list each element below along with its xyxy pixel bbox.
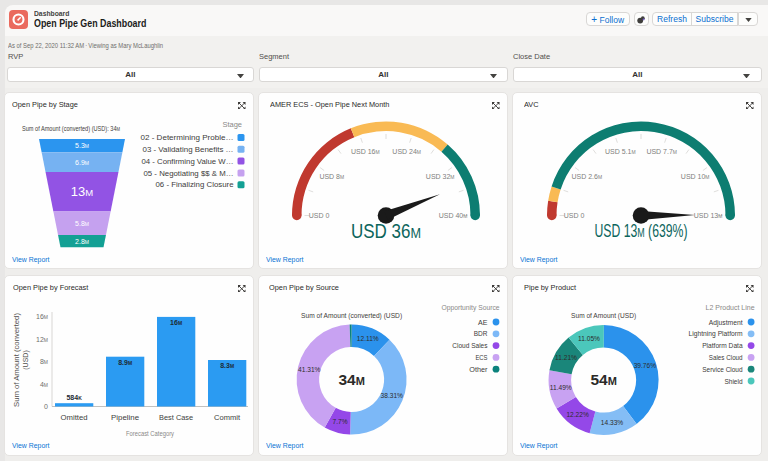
- svg-text:6.9M: 6.9M: [75, 159, 89, 166]
- svg-text:11.49%: 11.49%: [550, 384, 572, 391]
- svg-text:USD 40M: USD 40M: [439, 212, 468, 219]
- svg-text:11.05%: 11.05%: [578, 335, 600, 342]
- svg-text:Opportunity Source: Opportunity Source: [442, 303, 500, 312]
- svg-text:Sum of Amount (converted): Sum of Amount (converted): [13, 313, 21, 407]
- svg-text:34M: 34M: [338, 371, 364, 388]
- svg-text:41.31%: 41.31%: [298, 366, 321, 373]
- svg-text:06 - Finalizing Closure: 06 - Finalizing Closure: [156, 180, 234, 189]
- svg-text:USD 2.6M: USD 2.6M: [571, 173, 602, 180]
- svg-text:Omitted: Omitted: [61, 413, 88, 422]
- svg-text:Commit: Commit: [214, 413, 241, 422]
- svg-text:584K: 584K: [66, 394, 82, 401]
- svg-text:8.9M: 8.9M: [118, 359, 132, 366]
- svg-text:16M: 16M: [36, 313, 48, 320]
- svg-text:Best Case: Best Case: [159, 413, 193, 422]
- svg-text:7.7%: 7.7%: [333, 418, 348, 425]
- svg-text:39.76%: 39.76%: [634, 362, 657, 369]
- svg-text:Pipeline: Pipeline: [111, 413, 139, 422]
- svg-text:Shield: Shield: [724, 377, 742, 386]
- svg-text:12M: 12M: [36, 336, 48, 343]
- svg-text:5.8M: 5.8M: [75, 220, 89, 227]
- svg-text:BDR: BDR: [474, 329, 488, 338]
- svg-text:(USD): (USD): [22, 350, 30, 369]
- svg-text:USD 13M: USD 13M: [694, 212, 723, 219]
- svg-text:Other: Other: [469, 365, 488, 374]
- svg-text:5.3M: 5.3M: [75, 142, 89, 149]
- svg-text:12.11%: 12.11%: [357, 335, 379, 342]
- svg-text:14.33%: 14.33%: [601, 419, 624, 426]
- svg-text:Sum of Amount (converted) (USD: Sum of Amount (converted) (USD): [301, 311, 402, 320]
- svg-text:USD 10M: USD 10M: [681, 173, 710, 180]
- svg-text:Sales Cloud: Sales Cloud: [709, 353, 743, 362]
- svg-text:16M: 16M: [170, 319, 182, 326]
- svg-text:USD 0: USD 0: [564, 212, 585, 219]
- svg-text:Sum of Amount (converted) (USD: Sum of Amount (converted) (USD): 34M: [22, 124, 120, 133]
- svg-text:54M: 54M: [590, 371, 616, 388]
- svg-text:03 - Validating Benefits …: 03 - Validating Benefits …: [143, 145, 234, 154]
- svg-text:0: 0: [44, 403, 48, 410]
- svg-text:Platform Data: Platform Data: [702, 341, 742, 350]
- svg-text:USD 5.1M: USD 5.1M: [605, 148, 636, 155]
- svg-text:Lightning Platform: Lightning Platform: [689, 329, 743, 338]
- svg-text:38.31%: 38.31%: [381, 392, 404, 399]
- svg-text:8M: 8M: [40, 358, 48, 365]
- svg-text:05 - Negotiating $$ & M…: 05 - Negotiating $$ & M…: [144, 169, 234, 178]
- svg-text:USD 16M: USD 16M: [351, 148, 380, 155]
- svg-text:USD 7.7M: USD 7.7M: [646, 148, 677, 155]
- svg-text:Sum of Amount (USD): Sum of Amount (USD): [571, 311, 636, 320]
- svg-text:USD 24M: USD 24M: [392, 148, 421, 155]
- svg-text:Service Cloud: Service Cloud: [702, 365, 742, 374]
- svg-text:04 - Confirming Value W…: 04 - Confirming Value W…: [142, 157, 234, 166]
- svg-text:11.21%: 11.21%: [555, 354, 577, 361]
- svg-text:8.3M: 8.3M: [220, 362, 234, 369]
- svg-text:AE: AE: [478, 318, 488, 327]
- svg-text:USD 8M: USD 8M: [319, 173, 344, 180]
- svg-text:USD 32M: USD 32M: [426, 173, 455, 180]
- svg-text:Cloud Sales: Cloud Sales: [452, 341, 488, 350]
- svg-text:Stage: Stage: [222, 120, 242, 129]
- svg-text:13M: 13M: [71, 184, 93, 199]
- svg-text:L2 Product Line: L2 Product Line: [706, 303, 755, 312]
- svg-text:ECS: ECS: [475, 353, 487, 362]
- svg-text:Adjustment: Adjustment: [709, 318, 743, 327]
- svg-text:2.8M: 2.8M: [75, 238, 89, 245]
- svg-text:12.22%: 12.22%: [566, 411, 589, 418]
- svg-text:02 - Determining Proble…: 02 - Determining Proble…: [141, 133, 234, 142]
- svg-text:USD 36M: USD 36M: [351, 220, 421, 242]
- svg-text:Forecast Category: Forecast Category: [126, 430, 174, 438]
- svg-text:4M: 4M: [40, 381, 48, 388]
- svg-text:USD 0: USD 0: [309, 212, 330, 219]
